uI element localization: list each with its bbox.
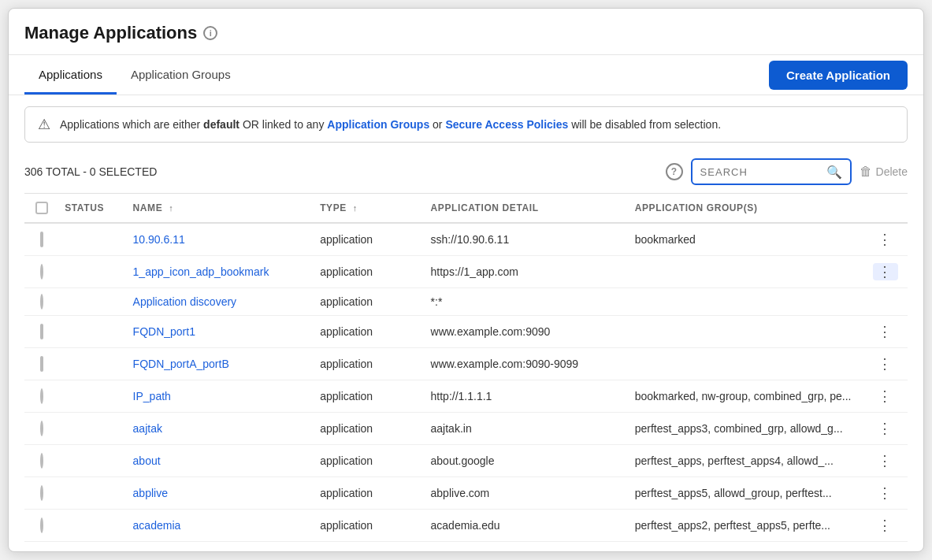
row-action-cell: ⋮ (867, 380, 908, 413)
col-header-status: STATUS (58, 194, 126, 224)
row-name-cell: 1_app_icon_adp_bookmark (127, 256, 314, 288)
row-detail-cell: abplive.com (425, 477, 629, 510)
app-name-link[interactable]: 10.90.6.11 (133, 233, 185, 246)
col-header-name[interactable]: NAME ↑ (127, 194, 314, 224)
row-action-cell (867, 288, 908, 316)
row-radio[interactable] (40, 421, 43, 436)
row-groups-cell: perftest_apps5, allowd_group, perftest..… (629, 477, 867, 510)
row-check-cell (24, 510, 58, 542)
warning-icon: ⚠ (38, 116, 50, 133)
total-label: 306 TOTAL - 0 SELECTED (24, 165, 157, 178)
applications-table: STATUS NAME ↑ TYPE ↑ APPLICATION DETAIL … (24, 193, 908, 542)
row-groups-cell (629, 316, 867, 348)
col-header-action (867, 194, 908, 224)
secure-access-policies-link[interactable]: Secure Access Policies (445, 118, 568, 131)
row-detail-cell: www.example.com:9090-9099 (425, 348, 629, 380)
row-detail-cell: *:* (425, 288, 629, 316)
row-menu-button[interactable]: ⋮ (873, 388, 898, 405)
row-menu-button[interactable]: ⋮ (873, 452, 898, 469)
delete-label: Delete (876, 165, 908, 178)
table-body: 10.90.6.11applicationssh://10.90.6.11boo… (24, 223, 908, 542)
row-status-cell (58, 477, 126, 510)
tab-bar: Applications Application Groups (24, 55, 245, 95)
row-name-cell: FQDN_portA_portB (127, 348, 314, 380)
help-icon[interactable]: ? (666, 163, 683, 180)
row-radio[interactable] (40, 264, 43, 280)
app-name-link[interactable]: abplive (133, 487, 168, 499)
tabs-row: Applications Application Groups Create A… (9, 55, 923, 95)
row-groups-cell (629, 288, 867, 316)
toolbar: 306 TOTAL - 0 SELECTED ? 🔍 🗑 Delete (9, 154, 923, 193)
name-sort-icon: ↑ (169, 203, 173, 213)
row-check-cell (24, 348, 58, 380)
row-type-cell: application (314, 348, 424, 380)
info-icon[interactable]: i (203, 26, 217, 40)
row-check-cell (24, 223, 58, 256)
row-menu-button[interactable]: ⋮ (873, 231, 898, 248)
table-row: academiaapplicationacademia.eduperftest_… (24, 510, 908, 542)
col-header-detail: APPLICATION DETAIL (425, 194, 629, 224)
row-action-cell: ⋮ (867, 348, 908, 380)
select-all-checkbox[interactable] (35, 202, 48, 214)
tab-application-groups[interactable]: Application Groups (117, 55, 245, 95)
row-detail-cell: www.example.com:9090 (425, 316, 629, 348)
row-detail-cell: about.google (425, 445, 629, 477)
search-input[interactable] (693, 166, 819, 178)
row-check-cell (24, 380, 58, 413)
row-detail-cell: aajtak.in (425, 413, 629, 445)
row-name-cell: about (127, 445, 314, 477)
table-row: IP_pathapplicationhttp://1.1.1.1bookmark… (24, 380, 908, 413)
table-row: 1_app_icon_adp_bookmarkapplicationhttps:… (24, 256, 908, 288)
row-menu-button[interactable]: ⋮ (873, 484, 898, 502)
row-detail-cell: academia.edu (425, 510, 629, 542)
row-menu-button[interactable]: ⋮ (873, 420, 898, 437)
app-name-link[interactable]: Application discovery (133, 295, 237, 308)
row-groups-cell: perftest_apps3, combined_grp, allowd_g..… (629, 413, 867, 445)
type-sort-icon: ↑ (353, 203, 358, 213)
row-status-cell (58, 223, 126, 256)
search-box: 🔍 (691, 158, 852, 185)
create-application-button[interactable]: Create Application (769, 61, 908, 90)
row-checkbox[interactable] (40, 324, 43, 339)
alert-text: Applications which are either default OR… (60, 118, 721, 131)
table-header-row: STATUS NAME ↑ TYPE ↑ APPLICATION DETAIL … (24, 194, 908, 224)
table-row: 10.90.6.11applicationssh://10.90.6.11boo… (24, 223, 908, 256)
row-status-cell (58, 316, 126, 348)
app-name-link[interactable]: academia (133, 519, 181, 532)
row-radio[interactable] (40, 294, 43, 310)
application-groups-link[interactable]: Application Groups (327, 118, 429, 131)
app-name-link[interactable]: FQDN_port1 (133, 325, 195, 338)
row-menu-button[interactable]: ⋮ (873, 355, 898, 373)
col-header-type[interactable]: TYPE ↑ (314, 194, 424, 224)
row-check-cell (24, 477, 58, 510)
app-name-link[interactable]: about (133, 454, 161, 467)
row-status-cell (58, 256, 126, 288)
row-action-cell: ⋮ (867, 510, 908, 542)
row-name-cell: 10.90.6.11 (127, 223, 314, 256)
row-checkbox[interactable] (40, 232, 43, 247)
row-status-cell (58, 348, 126, 380)
row-radio[interactable] (40, 388, 43, 404)
tab-applications[interactable]: Applications (24, 55, 117, 95)
row-radio[interactable] (40, 517, 43, 533)
row-radio[interactable] (40, 453, 43, 469)
delete-button[interactable]: 🗑 Delete (860, 165, 908, 179)
row-status-cell (58, 288, 126, 316)
app-name-link[interactable]: IP_path (133, 390, 171, 402)
search-button[interactable]: 🔍 (819, 165, 850, 180)
app-name-link[interactable]: aajtak (133, 422, 162, 435)
row-action-cell: ⋮ (867, 256, 908, 288)
row-menu-button[interactable]: ⋮ (873, 517, 898, 534)
row-menu-button[interactable]: ⋮ (873, 323, 898, 340)
row-menu-button[interactable]: ⋮ (873, 263, 898, 280)
row-radio[interactable] (40, 485, 43, 501)
row-name-cell: academia (127, 510, 314, 542)
delete-icon: 🗑 (860, 165, 872, 179)
row-action-cell: ⋮ (867, 445, 908, 477)
table-row: aajtakapplicationaajtak.inperftest_apps3… (24, 413, 908, 445)
row-checkbox[interactable] (40, 356, 43, 372)
app-name-link[interactable]: 1_app_icon_adp_bookmark (133, 265, 269, 278)
app-name-link[interactable]: FQDN_portA_portB (133, 358, 229, 370)
row-groups-cell: bookmarked, nw-group, combined_grp, pe..… (629, 380, 867, 413)
row-action-cell: ⋮ (867, 477, 908, 510)
